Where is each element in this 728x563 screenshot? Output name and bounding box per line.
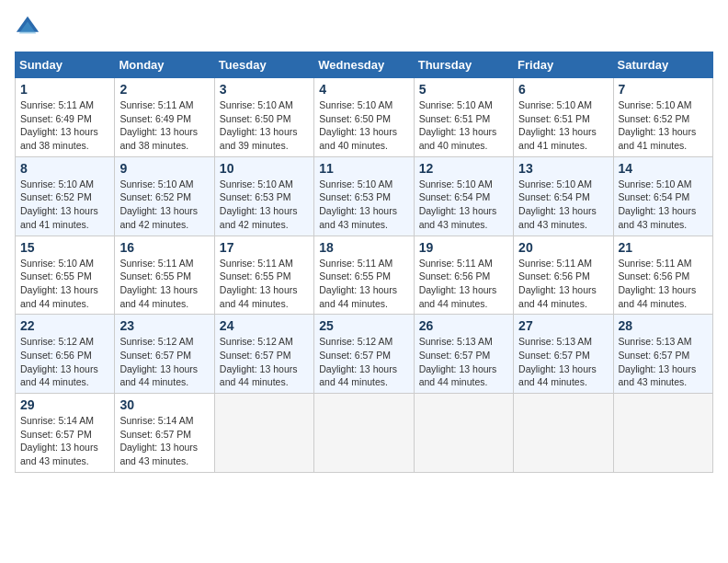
table-row: 14Sunrise: 5:10 AM Sunset: 6:54 PM Dayli… — [613, 156, 712, 236]
day-info: Sunrise: 5:13 AM Sunset: 6:57 PM Dayligh… — [419, 335, 508, 389]
th-saturday: Saturday — [613, 52, 712, 78]
day-number: 6 — [518, 82, 608, 97]
table-row: 29Sunrise: 5:14 AM Sunset: 6:57 PM Dayli… — [16, 394, 115, 473]
table-row: 4Sunrise: 5:10 AM Sunset: 6:50 PM Daylig… — [314, 78, 414, 157]
table-row: 17Sunrise: 5:11 AM Sunset: 6:55 PM Dayli… — [214, 236, 313, 315]
day-number: 1 — [20, 82, 109, 97]
day-info: Sunrise: 5:13 AM Sunset: 6:57 PM Dayligh… — [619, 335, 708, 389]
table-row: 6Sunrise: 5:10 AM Sunset: 6:51 PM Daylig… — [514, 78, 613, 157]
day-info: Sunrise: 5:10 AM Sunset: 6:50 PM Dayligh… — [319, 98, 408, 153]
day-info: Sunrise: 5:11 AM Sunset: 6:56 PM Dayligh… — [518, 257, 608, 311]
day-number: 29 — [20, 397, 109, 412]
day-number: 8 — [20, 161, 109, 176]
day-info: Sunrise: 5:11 AM Sunset: 6:56 PM Dayligh… — [419, 257, 508, 311]
table-row: 18Sunrise: 5:11 AM Sunset: 6:55 PM Dayli… — [314, 236, 414, 315]
logo-icon — [15, 15, 40, 40]
table-row: 13Sunrise: 5:10 AM Sunset: 6:54 PM Dayli… — [514, 156, 613, 236]
day-info: Sunrise: 5:10 AM Sunset: 6:54 PM Dayligh… — [419, 178, 508, 232]
table-row: 16Sunrise: 5:11 AM Sunset: 6:55 PM Dayli… — [115, 236, 214, 315]
day-number: 15 — [20, 240, 109, 255]
day-info: Sunrise: 5:10 AM Sunset: 6:51 PM Dayligh… — [419, 98, 508, 153]
calendar-week-row: 8Sunrise: 5:10 AM Sunset: 6:52 PM Daylig… — [16, 156, 713, 236]
day-info: Sunrise: 5:10 AM Sunset: 6:52 PM Dayligh… — [20, 178, 109, 232]
table-row: 2Sunrise: 5:11 AM Sunset: 6:49 PM Daylig… — [115, 78, 214, 157]
day-info: Sunrise: 5:10 AM Sunset: 6:52 PM Dayligh… — [119, 178, 209, 232]
day-info: Sunrise: 5:11 AM Sunset: 6:49 PM Dayligh… — [20, 98, 109, 153]
day-number: 10 — [220, 161, 309, 176]
day-number: 30 — [119, 397, 209, 412]
day-number: 28 — [619, 318, 708, 333]
table-row: 5Sunrise: 5:10 AM Sunset: 6:51 PM Daylig… — [414, 78, 513, 157]
day-number: 27 — [518, 318, 608, 333]
table-row: 20Sunrise: 5:11 AM Sunset: 6:56 PM Dayli… — [514, 236, 613, 315]
logo — [15, 15, 44, 40]
calendar-week-row: 22Sunrise: 5:12 AM Sunset: 6:56 PM Dayli… — [16, 315, 713, 394]
table-row: 30Sunrise: 5:14 AM Sunset: 6:57 PM Dayli… — [115, 394, 214, 473]
table-row: 19Sunrise: 5:11 AM Sunset: 6:56 PM Dayli… — [414, 236, 513, 315]
day-info: Sunrise: 5:12 AM Sunset: 6:57 PM Dayligh… — [119, 335, 209, 389]
table-row — [414, 394, 513, 473]
table-row: 10Sunrise: 5:10 AM Sunset: 6:53 PM Dayli… — [214, 156, 313, 236]
th-tuesday: Tuesday — [214, 52, 313, 78]
day-info: Sunrise: 5:11 AM Sunset: 6:56 PM Dayligh… — [619, 257, 708, 311]
table-row: 9Sunrise: 5:10 AM Sunset: 6:52 PM Daylig… — [115, 156, 214, 236]
day-info: Sunrise: 5:10 AM Sunset: 6:51 PM Dayligh… — [518, 98, 608, 153]
day-info: Sunrise: 5:14 AM Sunset: 6:57 PM Dayligh… — [119, 414, 209, 468]
day-info: Sunrise: 5:10 AM Sunset: 6:55 PM Dayligh… — [20, 257, 109, 311]
th-thursday: Thursday — [414, 52, 513, 78]
day-number: 26 — [419, 318, 508, 333]
th-friday: Friday — [514, 52, 613, 78]
table-row: 23Sunrise: 5:12 AM Sunset: 6:57 PM Dayli… — [115, 315, 214, 394]
table-row: 25Sunrise: 5:12 AM Sunset: 6:57 PM Dayli… — [314, 315, 414, 394]
table-row: 26Sunrise: 5:13 AM Sunset: 6:57 PM Dayli… — [414, 315, 513, 394]
day-info: Sunrise: 5:10 AM Sunset: 6:54 PM Dayligh… — [619, 178, 708, 232]
day-info: Sunrise: 5:14 AM Sunset: 6:57 PM Dayligh… — [20, 414, 109, 468]
day-info: Sunrise: 5:12 AM Sunset: 6:57 PM Dayligh… — [319, 335, 408, 389]
table-row: 7Sunrise: 5:10 AM Sunset: 6:52 PM Daylig… — [613, 78, 712, 157]
page-header — [15, 15, 713, 40]
day-info: Sunrise: 5:10 AM Sunset: 6:53 PM Dayligh… — [220, 178, 309, 232]
day-number: 4 — [319, 82, 408, 97]
table-row: 11Sunrise: 5:10 AM Sunset: 6:53 PM Dayli… — [314, 156, 414, 236]
day-number: 12 — [419, 161, 508, 176]
day-number: 3 — [220, 82, 309, 97]
day-number: 18 — [319, 240, 408, 255]
day-info: Sunrise: 5:11 AM Sunset: 6:55 PM Dayligh… — [220, 257, 309, 311]
day-number: 14 — [619, 161, 708, 176]
calendar-week-row: 29Sunrise: 5:14 AM Sunset: 6:57 PM Dayli… — [16, 394, 713, 473]
day-info: Sunrise: 5:11 AM Sunset: 6:49 PM Dayligh… — [119, 98, 209, 153]
day-info: Sunrise: 5:10 AM Sunset: 6:54 PM Dayligh… — [518, 178, 608, 232]
table-row: 21Sunrise: 5:11 AM Sunset: 6:56 PM Dayli… — [613, 236, 712, 315]
th-wednesday: Wednesday — [314, 52, 414, 78]
table-row — [514, 394, 613, 473]
day-number: 11 — [319, 161, 408, 176]
day-number: 13 — [518, 161, 608, 176]
table-row: 3Sunrise: 5:10 AM Sunset: 6:50 PM Daylig… — [214, 78, 313, 157]
day-number: 16 — [119, 240, 209, 255]
day-info: Sunrise: 5:12 AM Sunset: 6:57 PM Dayligh… — [220, 335, 309, 389]
table-row: 22Sunrise: 5:12 AM Sunset: 6:56 PM Dayli… — [16, 315, 115, 394]
calendar-week-row: 15Sunrise: 5:10 AM Sunset: 6:55 PM Dayli… — [16, 236, 713, 315]
calendar-table: Sunday Monday Tuesday Wednesday Thursday… — [15, 52, 713, 473]
day-info: Sunrise: 5:13 AM Sunset: 6:57 PM Dayligh… — [518, 335, 608, 389]
day-info: Sunrise: 5:10 AM Sunset: 6:50 PM Dayligh… — [220, 98, 309, 153]
day-number: 9 — [119, 161, 209, 176]
calendar-week-row: 1Sunrise: 5:11 AM Sunset: 6:49 PM Daylig… — [16, 78, 713, 157]
table-row: 28Sunrise: 5:13 AM Sunset: 6:57 PM Dayli… — [613, 315, 712, 394]
table-row: 12Sunrise: 5:10 AM Sunset: 6:54 PM Dayli… — [414, 156, 513, 236]
table-row — [314, 394, 414, 473]
day-number: 20 — [518, 240, 608, 255]
day-number: 23 — [119, 318, 209, 333]
day-number: 21 — [619, 240, 708, 255]
day-number: 19 — [419, 240, 508, 255]
day-info: Sunrise: 5:10 AM Sunset: 6:53 PM Dayligh… — [319, 178, 408, 232]
day-number: 24 — [220, 318, 309, 333]
day-number: 17 — [220, 240, 309, 255]
table-row: 27Sunrise: 5:13 AM Sunset: 6:57 PM Dayli… — [514, 315, 613, 394]
table-row — [214, 394, 313, 473]
day-info: Sunrise: 5:10 AM Sunset: 6:52 PM Dayligh… — [619, 98, 708, 153]
day-info: Sunrise: 5:11 AM Sunset: 6:55 PM Dayligh… — [119, 257, 209, 311]
table-row: 15Sunrise: 5:10 AM Sunset: 6:55 PM Dayli… — [16, 236, 115, 315]
day-info: Sunrise: 5:11 AM Sunset: 6:55 PM Dayligh… — [319, 257, 408, 311]
table-row — [613, 394, 712, 473]
